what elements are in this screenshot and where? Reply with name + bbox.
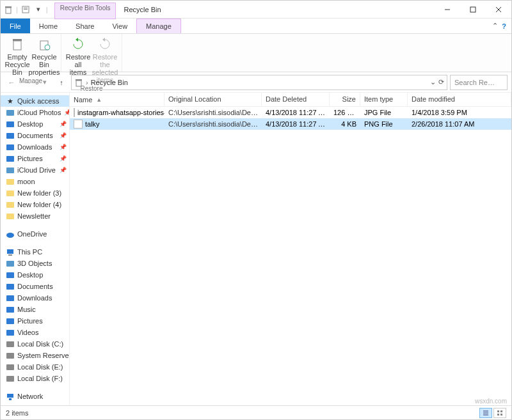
large-icons-view-button[interactable] [493, 408, 506, 418]
tab-share[interactable]: Share [67, 19, 103, 33]
close-button[interactable] [486, 1, 511, 19]
restore-selected-icon [97, 36, 113, 52]
desktop-icon [6, 270, 15, 279]
ribbon-group-restore: Restore all items Restore the selected i… [61, 34, 122, 72]
tab-manage[interactable]: Manage [136, 19, 181, 33]
sidebar-item[interactable]: Videos [1, 327, 69, 338]
maximize-button[interactable] [460, 1, 486, 19]
qat-separator: | [46, 6, 48, 13]
properties-qat-icon[interactable] [20, 4, 31, 15]
svg-rect-1 [5, 6, 12, 8]
sidebar-network[interactable]: Network [1, 391, 69, 402]
breadcrumb-item[interactable]: Recycle Bin [91, 79, 128, 86]
contextual-tab-label: Recycle Bin Tools [54, 3, 116, 19]
sidebar-item[interactable]: Pictures📌 [1, 153, 69, 164]
tab-home[interactable]: Home [30, 19, 67, 33]
column-item-type[interactable]: Item type [360, 93, 408, 106]
back-button[interactable]: ← [4, 75, 19, 89]
column-date-modified[interactable]: Date modified [408, 93, 511, 106]
music-icon [6, 305, 15, 314]
svg-rect-22 [6, 167, 14, 173]
up-button[interactable]: ↑ [54, 75, 68, 89]
svg-rect-30 [6, 261, 14, 267]
forward-button[interactable]: → [21, 75, 35, 89]
sidebar-item[interactable]: Desktop📌 [1, 118, 69, 130]
ribbon: Empty Recycle Bin Recycle Bin properties… [1, 34, 511, 72]
sidebar-item[interactable]: Documents [1, 281, 69, 292]
empty-recycle-bin-button[interactable]: Empty Recycle Bin [4, 35, 30, 77]
tab-view[interactable]: View [103, 19, 136, 33]
details-view-button[interactable] [479, 408, 492, 418]
address-bar[interactable]: › Recycle Bin ⌄ ⟳ [71, 75, 447, 90]
file-row[interactable]: talky C:\Users\srishti.sisodia\Desktop 4… [70, 118, 511, 130]
breadcrumb-sep-icon[interactable]: › [86, 79, 88, 86]
pin-icon: 📌 [60, 144, 67, 150]
column-date-deleted[interactable]: Date Deleted [262, 93, 330, 106]
sidebar-item[interactable]: Newsletter [1, 210, 69, 222]
downloads-icon [6, 293, 15, 302]
column-name[interactable]: Name▲ [70, 93, 164, 106]
sidebar-item[interactable]: Downloads📌 [1, 141, 69, 153]
navigation-pane[interactable]: ★Quick accessiCloud Photos📌Desktop📌Docum… [1, 93, 70, 405]
ribbon-group-manage: Empty Recycle Bin Recycle Bin properties… [1, 34, 61, 72]
sidebar-item[interactable]: Documents📌 [1, 130, 69, 141]
pin-icon: 📌 [60, 155, 67, 162]
refresh-icon[interactable]: ⟳ [438, 78, 444, 86]
folder-icon [6, 200, 15, 209]
tab-file[interactable]: File [1, 19, 30, 33]
svg-rect-37 [6, 341, 14, 347]
svg-point-12 [45, 45, 50, 50]
bin-properties-icon [36, 36, 52, 52]
recycle-bin-properties-button[interactable]: Recycle Bin properties [31, 35, 57, 77]
downloads-icon [6, 143, 15, 152]
minimize-button[interactable] [435, 1, 460, 19]
sidebar-item[interactable]: iCloud Photos📌 [1, 107, 69, 118]
documents-icon [6, 131, 15, 140]
sidebar-quick-access[interactable]: ★Quick access [1, 95, 69, 107]
address-dropdown-icon[interactable]: ⌄ [430, 78, 436, 86]
svg-rect-29 [8, 254, 12, 256]
sidebar-item[interactable]: System Reserved (D [1, 350, 69, 361]
column-headers[interactable]: Name▲ Original Location Date Deleted Siz… [70, 93, 511, 107]
window-title: Recycle Bin [124, 6, 161, 13]
search-placeholder: Search Re… [454, 79, 495, 86]
sidebar-onedrive[interactable]: OneDrive [1, 228, 69, 240]
column-size[interactable]: Size [330, 93, 360, 106]
sidebar-item[interactable]: Desktop [1, 269, 69, 281]
file-list[interactable]: instagram-whatsapp-stories-min C:\Users\… [70, 107, 511, 405]
nav-bar: ← → ▾ ↑ › Recycle Bin ⌄ ⟳ Search Re… [1, 72, 511, 93]
sidebar-item[interactable]: New folder (3) [1, 187, 69, 199]
sidebar-item[interactable]: moon [1, 176, 69, 187]
sidebar-this-pc[interactable]: This PC [1, 246, 69, 258]
sidebar-item[interactable]: Local Disk (C:) [1, 338, 69, 350]
svg-rect-19 [6, 133, 14, 139]
svg-point-27 [6, 233, 14, 238]
sidebar-item[interactable]: 3D Objects [1, 258, 69, 269]
ribbon-collapse-icon[interactable]: ⌃ [492, 22, 498, 30]
svg-rect-36 [6, 330, 14, 336]
empty-bin-icon [10, 36, 25, 52]
svg-rect-34 [6, 307, 14, 313]
sidebar-item[interactable]: Music [1, 304, 69, 315]
svg-rect-9 [13, 41, 21, 50]
sidebar-item[interactable]: Local Disk (F:) [1, 373, 69, 384]
watermark: wsxdn.com [475, 398, 507, 405]
sidebar-item[interactable]: Local Disk (E:) [1, 361, 69, 373]
svg-rect-47 [500, 410, 502, 412]
pictures-icon [6, 316, 15, 325]
qat-dropdown-icon[interactable]: ▾ [33, 4, 44, 15]
recycle-bin-icon [3, 4, 13, 15]
search-input[interactable]: Search Re… [450, 75, 508, 90]
svg-rect-3 [24, 8, 28, 8]
sidebar-item[interactable]: iCloud Drive📌 [1, 164, 69, 176]
help-icon[interactable]: ? [502, 22, 506, 30]
column-original-location[interactable]: Original Location [164, 93, 262, 106]
svg-marker-14 [102, 38, 105, 42]
restore-all-icon [70, 36, 86, 52]
sidebar-item[interactable]: New folder (4) [1, 199, 69, 210]
pin-icon: 📌 [64, 109, 70, 116]
sidebar-item[interactable]: Downloads [1, 292, 69, 304]
file-row[interactable]: instagram-whatsapp-stories-min C:\Users\… [70, 107, 511, 118]
sidebar-item[interactable]: Pictures [1, 315, 69, 327]
recent-locations-icon[interactable]: ▾ [38, 75, 52, 89]
